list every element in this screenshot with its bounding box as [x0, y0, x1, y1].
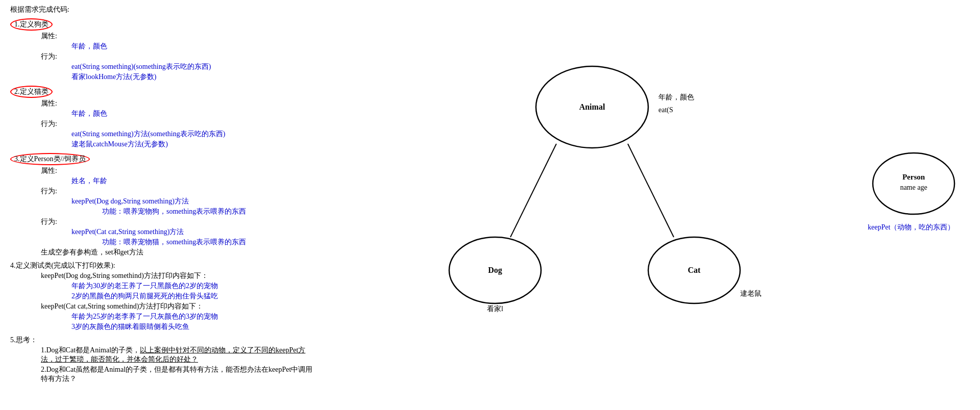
left-panel: 根据需求完成代码: 1.定义狗类 属性: 年龄，颜色 行为: eat(Strin…	[0, 0, 327, 410]
s3-attrs: 姓名，年龄	[10, 176, 316, 186]
person-attrs: name age	[900, 184, 927, 191]
s1-attrs: 年龄，颜色	[10, 42, 316, 51]
s1-attr-label: 属性:	[10, 32, 316, 41]
s2-circle: 2.定义猫类	[10, 86, 53, 98]
s3-behavior1-line1: keepPet(Dog dog,String something)方法	[10, 197, 316, 206]
s3-title-line: 3.定义Person类//饲养员	[10, 153, 316, 165]
s2-behavior-label: 行为:	[10, 119, 316, 129]
s2-attr-label: 属性:	[10, 99, 316, 108]
s4-l2: 年龄为30岁的老王养了一只黑颜色的2岁的宠物	[10, 281, 316, 291]
s3-extra: 生成空参有参构造，set和get方法	[10, 248, 316, 257]
s3-behavior2-line2: 功能：喂养宠物猫，something表示喂养的东西	[10, 238, 316, 247]
diagram-svg: Animal 年龄，颜色 eat(S Dog 看家l Cat 逮老鼠 Perso…	[327, 0, 980, 410]
s3-circle: 3.定义Person类//饲养员	[10, 153, 90, 165]
s1-circle: 1.定义狗类	[10, 18, 53, 31]
s4-l6: 3岁的灰颜色的猫眯着眼睛侧着头吃鱼	[10, 322, 316, 331]
animal-attrs: 年龄，颜色	[658, 93, 694, 101]
cat-behavior: 逮老鼠	[740, 290, 762, 297]
section2: 2.定义猫类 属性: 年龄，颜色 行为: eat(String somethin…	[10, 86, 316, 149]
animal-label: Animal	[579, 102, 605, 111]
s2-behavior1: eat(String something)方法(something表示吃的东西)	[10, 130, 316, 139]
s1-behavior-label: 行为:	[10, 52, 316, 61]
person-label: Person	[902, 173, 925, 181]
header-text: 根据需求完成代码:	[10, 6, 69, 13]
s4-l3: 2岁的黑颜色的狗两只前腿死死的抱住骨头猛吃	[10, 292, 316, 301]
section4: 4.定义测试类(完成以下打印效果): keepPet(Dog dog,Strin…	[10, 261, 316, 331]
animal-dog-line	[510, 144, 556, 237]
s3-behavior1-line2: 功能：喂养宠物狗，something表示喂养的东西	[10, 207, 316, 216]
s4-l1: keepPet(Dog dog,String somethind)方法打印内容如…	[10, 271, 316, 280]
s1-title-line: 1.定义狗类	[10, 18, 316, 31]
s2-attrs: 年龄，颜色	[10, 109, 316, 118]
s5-l2: 2.Dog和Cat虽然都是Animal的子类，但是都有其特有方法，能否想办法在k…	[10, 365, 316, 383]
cat-label: Cat	[688, 266, 701, 274]
animal-eat: eat(S	[658, 106, 673, 114]
s4-title: 4.定义测试类(完成以下打印效果):	[10, 261, 316, 270]
animal-cat-line	[628, 144, 674, 237]
main-container: 根据需求完成代码: 1.定义狗类 属性: 年龄，颜色 行为: eat(Strin…	[0, 0, 980, 410]
s3-attr-label: 属性:	[10, 166, 316, 175]
person-behavior: keepPet（动物，吃的东西）	[868, 223, 954, 231]
s4-l4: keepPet(Cat cat,String somethind)方法打印内容如…	[10, 302, 316, 311]
section5: 5.思考： 1.Dog和Cat都是Animal的子类，以上案例中针对不同的动物，…	[10, 336, 316, 383]
s1-behavior1: eat(String something)(something表示吃的东西)	[10, 62, 316, 71]
s5-title: 5.思考：	[10, 336, 316, 345]
dog-label: Dog	[488, 266, 502, 275]
s2-title-line: 2.定义猫类	[10, 86, 316, 98]
section3: 3.定义Person类//饲养员 属性: 姓名，年龄 行为: keepPet(D…	[10, 153, 316, 257]
s3-behavior2-line1: keepPet(Cat cat,String something)方法	[10, 227, 316, 237]
s4-l5: 年龄为25岁的老李养了一只灰颜色的3岁的宠物	[10, 312, 316, 321]
section1: 1.定义狗类 属性: 年龄，颜色 行为: eat(String somethin…	[10, 18, 316, 82]
header-line: 根据需求完成代码:	[10, 5, 316, 14]
s3-behavior1-label: 行为:	[10, 187, 316, 196]
s5-l1: 1.Dog和Cat都是Animal的子类，以上案例中针对不同的动物，定义了不同的…	[10, 346, 316, 364]
s2-behavior2: 逮老鼠catchMouse方法(无参数)	[10, 140, 316, 149]
s3-behavior2-label: 行为:	[10, 217, 316, 226]
s1-behavior2: 看家lookHome方法(无参数)	[10, 72, 316, 82]
dog-behavior: 看家l	[487, 305, 503, 313]
right-panel: Animal 年龄，颜色 eat(S Dog 看家l Cat 逮老鼠 Perso…	[327, 0, 980, 410]
